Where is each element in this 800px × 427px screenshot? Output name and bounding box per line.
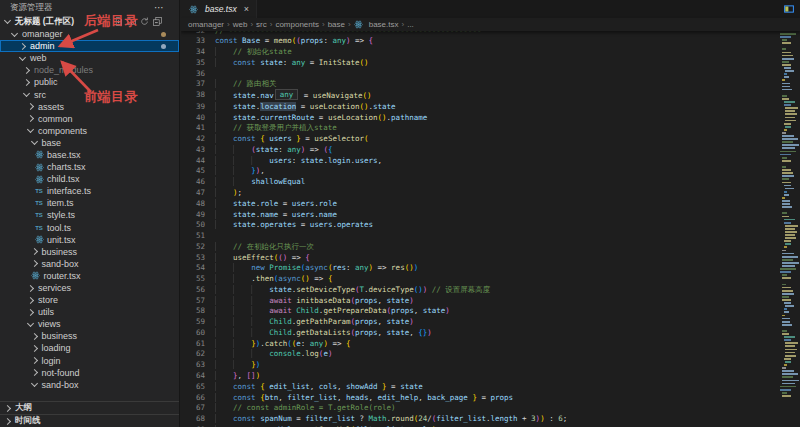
breadcrumb-item[interactable]: ... [407, 20, 414, 29]
code-line[interactable]: 52 // 在初始化只执行一次 [181, 242, 780, 253]
code-line[interactable]: 65 const { edit_list, cols, showAdd } = … [181, 382, 780, 393]
tree-folder-views[interactable]: views [0, 318, 179, 330]
editor-group: base.tsx × omanager›web›src›components›b… [181, 0, 800, 427]
backend-directory-annotation: 后端目录 [84, 12, 138, 30]
code-line[interactable]: 61 }).catch((e: any) => { [181, 339, 780, 350]
chevron-right-icon [27, 115, 34, 122]
code-line[interactable]: 47 ); [181, 188, 780, 199]
code-line[interactable]: 56 state.setDeviceType(T.deviceType()) /… [181, 285, 780, 296]
tree-folder-base[interactable]: base [0, 137, 179, 149]
tree-folder-sand-box[interactable]: sand-box [0, 379, 179, 391]
code-line[interactable]: 46 shallowEqual [181, 177, 780, 188]
tree-folder-components[interactable]: components [0, 125, 179, 137]
tree-file-style-ts[interactable]: TSstyle.ts [0, 209, 179, 221]
tree-folder-store[interactable]: store [0, 294, 179, 306]
code-line[interactable]: 41 // 获取登录用户并植入state [181, 123, 780, 134]
split-editor-icon[interactable] [784, 4, 794, 14]
code-line[interactable]: 68 const spanNum = filter_list ? Math.ro… [181, 414, 780, 425]
tree-file-unit-tsx[interactable]: unit.tsx [0, 234, 179, 246]
code-line[interactable]: 67 // const adminRole = T.getRole(role) [181, 403, 780, 414]
tree-folder-login[interactable]: login [0, 355, 179, 367]
tree-file-router-tsx[interactable]: router.tsx [0, 270, 179, 282]
code-line[interactable]: 38 state.navany = useNavigate() [181, 90, 780, 102]
code-line[interactable]: 36 [181, 69, 780, 80]
line-number: 43 [181, 145, 215, 156]
tree-folder-utils[interactable]: utils [0, 306, 179, 318]
code-line[interactable]: 62 console.log(e) [181, 349, 780, 360]
tree-folder-public[interactable]: public [0, 76, 179, 88]
code-line[interactable]: 60 Child.getDataLists(props, state, {}) [181, 328, 780, 339]
refresh-explorer-icon[interactable] [140, 17, 149, 26]
code-line[interactable]: 55 .then(async() => { [181, 274, 780, 285]
code-line[interactable]: 58 await Child.getPrepareData(props, sta… [181, 306, 780, 317]
tree-file-item-ts[interactable]: TSitem.ts [0, 197, 179, 209]
code-line[interactable]: 59 Child.getPathParam(props, state) [181, 317, 780, 328]
code-line[interactable]: 54 new Promise(async(res: any) => res()) [181, 263, 780, 274]
code-line[interactable]: 44 users: state.login.users, [181, 156, 780, 167]
code-line[interactable]: 51 [181, 231, 780, 242]
code-line[interactable]: 63 }) [181, 360, 780, 371]
tree-folder-not-found[interactable]: not-found [0, 367, 179, 379]
code-line[interactable]: 66 const {btn, filter_list, heads, edit_… [181, 393, 780, 404]
explorer-more-actions-icon[interactable]: ⋯ [154, 2, 169, 13]
line-number: 36 [181, 69, 215, 80]
tree-folder-sand-box[interactable]: sand-box [0, 258, 179, 270]
tree-folder-services[interactable]: services [0, 282, 179, 294]
tree-file-child-tsx[interactable]: child.tsx [0, 173, 179, 185]
breadcrumb: omanager›web›src›components›base›base.ts… [181, 18, 800, 31]
tree-item-label: common [38, 114, 73, 124]
minimap[interactable] [780, 33, 800, 427]
collapse-folders-icon[interactable] [153, 17, 162, 26]
close-tab-icon[interactable]: × [244, 5, 249, 14]
tree-file-tool-ts[interactable]: TStool.ts [0, 222, 179, 234]
timeline-panel-header[interactable]: 时间线 [0, 414, 179, 427]
code-line[interactable]: 33const Base = memo((props: any) => { [181, 36, 780, 47]
code-line[interactable]: 39 state.location = useLocation().state [181, 102, 780, 113]
code-line[interactable]: 43 (state: any) => ({ [181, 145, 780, 156]
code-line[interactable]: 49 state.name = users.name [181, 210, 780, 221]
breadcrumb-item[interactable]: components [275, 20, 319, 29]
tree-item-label: sand-box [42, 380, 79, 390]
breadcrumb-separator-icon: › [402, 20, 405, 29]
tree-item-label: node_modules [34, 65, 93, 75]
tree-file-interface-ts[interactable]: TSinterface.ts [0, 185, 179, 197]
breadcrumb-item[interactable]: base.tsx [369, 20, 399, 29]
chevron-down-icon [30, 138, 37, 145]
code-line[interactable]: 48 state.role = users.role [181, 199, 780, 210]
line-number: 35 [181, 58, 215, 69]
line-number: 41 [181, 123, 215, 134]
tree-folder-web[interactable]: web [0, 52, 179, 64]
tree-item-label: interface.ts [47, 186, 91, 196]
code-line[interactable]: 40 state.currentRoute = useLocation().pa… [181, 113, 780, 124]
tree-file-charts-tsx[interactable]: charts.tsx [0, 161, 179, 173]
code-line[interactable]: 37 // 路由相关 [181, 79, 780, 90]
outline-panel-header[interactable]: 大纲 [0, 401, 179, 414]
tree-folder-node-modules[interactable]: node_modules [0, 64, 179, 76]
tree-file-base-tsx[interactable]: base.tsx [0, 149, 179, 161]
breadcrumb-item[interactable]: src [256, 20, 267, 29]
tree-folder-business[interactable]: business [0, 330, 179, 342]
code-line[interactable]: 53 useEffect(() => { [181, 253, 780, 264]
code-line[interactable]: 45 }), [181, 166, 780, 177]
tree-folder-admin[interactable]: admin [0, 40, 179, 52]
line-number: 65 [181, 382, 215, 393]
tree-folder-common[interactable]: common [0, 113, 179, 125]
code-line[interactable]: 64 }, []) [181, 371, 780, 382]
breadcrumb-item[interactable]: web [233, 20, 248, 29]
code-line[interactable]: 57 await initbaseData(props, state) [181, 296, 780, 307]
code-line[interactable]: 35 const state: any = InitState() [181, 58, 780, 69]
tree-item-label: router.tsx [44, 271, 81, 281]
typescript-file-icon: TS [34, 212, 44, 218]
line-number: 57 [181, 296, 215, 307]
code-line[interactable]: 42 const { users } = useSelector( [181, 134, 780, 145]
breadcrumb-item[interactable]: base [328, 20, 345, 29]
tree-folder-loading[interactable]: loading [0, 342, 179, 354]
tree-folder-business[interactable]: business [0, 246, 179, 258]
code-editor[interactable]: 32// -----------------------------------… [181, 31, 780, 427]
line-number: 64 [181, 371, 215, 382]
code-line[interactable]: 50 state.operates = users.operates [181, 220, 780, 231]
line-number: 58 [181, 306, 215, 317]
code-line[interactable]: 34 // 初始化state [181, 47, 780, 58]
breadcrumb-item[interactable]: omanager [188, 20, 224, 29]
tab-base-tsx[interactable]: base.tsx × [181, 0, 257, 18]
